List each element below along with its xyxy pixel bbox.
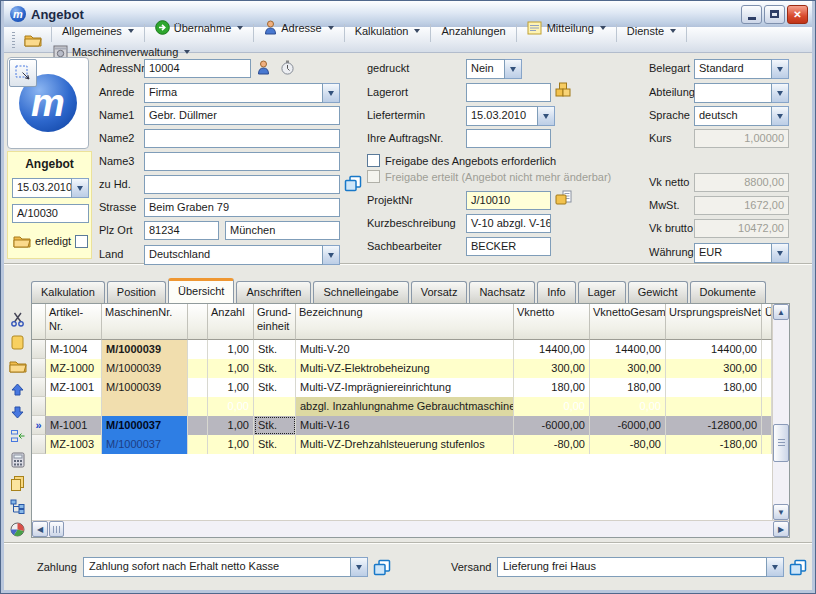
column-header-artikel[interactable]: Artikel- Nr. bbox=[46, 304, 102, 340]
cell-vkgesamt[interactable]: 14400,00 bbox=[590, 340, 666, 359]
column-header-vknetto[interactable]: Vknetto bbox=[514, 304, 590, 340]
note-page-icon[interactable] bbox=[8, 334, 28, 350]
freigabe-erforderlich-checkbox[interactable] bbox=[367, 154, 380, 167]
tree-icon[interactable] bbox=[8, 498, 28, 514]
cell-einheit[interactable]: Stk. bbox=[254, 435, 296, 454]
scroll-left-icon[interactable]: ◀ bbox=[32, 521, 48, 537]
cut-icon[interactable] bbox=[8, 311, 28, 327]
cell-bezeichnung[interactable]: Multi-V-16 bbox=[296, 416, 514, 435]
pie-chart-icon[interactable] bbox=[8, 522, 28, 538]
name1-field[interactable]: Gebr. Düllmer bbox=[144, 106, 340, 125]
auftragsnr-field[interactable] bbox=[466, 129, 551, 148]
toolbar-item-kalkulation[interactable]: Kalkulation bbox=[349, 22, 427, 40]
strasse-field[interactable]: Beim Graben 79 bbox=[144, 198, 340, 217]
insert-row-icon[interactable] bbox=[8, 428, 28, 444]
cell-anzahl[interactable]: 1,00 bbox=[208, 435, 254, 454]
table-row[interactable]: M-1004M/10000391,00Stk.Multi-V-2014400,0… bbox=[32, 340, 772, 359]
cell-artikel[interactable]: MZ-1003 bbox=[46, 435, 102, 454]
cell-vkgesamt[interactable]: 180,00 bbox=[590, 378, 666, 397]
plz-field[interactable]: 81234 bbox=[144, 221, 219, 240]
toolbar-item-dienste[interactable]: Dienste bbox=[621, 22, 682, 40]
cell-vkgesamt[interactable]: 300,00 bbox=[590, 359, 666, 378]
tab-vorsatz[interactable]: Vorsatz bbox=[411, 281, 468, 303]
cell-blank[interactable] bbox=[188, 397, 208, 416]
cell-bezeichnung[interactable]: Multi-VZ-Elektrobeheizung bbox=[296, 359, 514, 378]
chevron-down-icon[interactable] bbox=[72, 178, 89, 198]
projektnr-field[interactable]: J/10010 bbox=[466, 191, 551, 210]
cell-partial[interactable] bbox=[762, 416, 772, 435]
cell-partial[interactable] bbox=[762, 397, 772, 416]
lagerort-field[interactable] bbox=[466, 83, 551, 102]
cell-artikel[interactable]: M-1004 bbox=[46, 340, 102, 359]
tab-dokumente[interactable]: Dokumente bbox=[690, 281, 766, 303]
zuhd-field[interactable] bbox=[144, 175, 340, 194]
gedruckt-combo[interactable]: Nein bbox=[466, 59, 522, 79]
versand-combo[interactable]: Lieferung frei Haus bbox=[497, 557, 784, 577]
name3-field[interactable] bbox=[144, 152, 340, 171]
table-row[interactable]: »M-1001M/10000371,00Stk.Multi-V-16-6000,… bbox=[32, 416, 772, 435]
cell-vknetto[interactable]: -6000,00 bbox=[514, 416, 590, 435]
tab-schnelleingabe[interactable]: Schnelleingabe bbox=[313, 281, 408, 303]
cell-maschine[interactable]: M/1000039 bbox=[102, 340, 188, 359]
cell-vknetto[interactable]: 300,00 bbox=[514, 359, 590, 378]
sprache-combo[interactable]: deutsch bbox=[694, 106, 789, 126]
arrow-up-icon[interactable] bbox=[8, 381, 28, 397]
chevron-down-icon[interactable] bbox=[772, 83, 789, 103]
cell-vknetto[interactable]: 0,00 bbox=[514, 397, 590, 416]
chevron-down-icon[interactable] bbox=[772, 243, 789, 263]
cell-artikel[interactable]: M-1001 bbox=[46, 416, 102, 435]
document-number-field[interactable]: A/10030 bbox=[12, 204, 89, 223]
copy-icon[interactable] bbox=[789, 559, 807, 576]
land-combo[interactable]: Deutschland bbox=[144, 245, 340, 265]
scroll-right-icon[interactable]: ▶ bbox=[773, 521, 789, 537]
cell-rowhdr[interactable] bbox=[32, 359, 46, 378]
cell-rowhdr[interactable] bbox=[32, 378, 46, 397]
chevron-down-icon[interactable] bbox=[323, 245, 340, 265]
scroll-up-icon[interactable]: ▲ bbox=[773, 304, 789, 320]
tab-position[interactable]: Position bbox=[107, 281, 166, 303]
cell-partial[interactable] bbox=[762, 359, 772, 378]
tab-info[interactable]: Info bbox=[537, 281, 575, 303]
cell-bezeichnung[interactable]: Multi-VZ-Drehzahlsteuerung stufenlos bbox=[296, 435, 514, 454]
chevron-down-icon[interactable] bbox=[351, 557, 368, 577]
toolbar-grip[interactable] bbox=[12, 32, 15, 48]
cell-ursprung[interactable] bbox=[666, 397, 762, 416]
cell-rowhdr[interactable] bbox=[32, 435, 46, 454]
column-header-ursprung[interactable]: UrsprungspreisNetto bbox=[666, 304, 762, 340]
toolbar-item--bernahme[interactable]: Übernahme bbox=[149, 17, 249, 38]
anrede-combo[interactable]: Firma bbox=[144, 83, 340, 103]
cell-bezeichnung[interactable]: Multi-V-20 bbox=[296, 340, 514, 359]
boxes-icon[interactable] bbox=[555, 82, 571, 97]
toolbar-item-mitteilung[interactable]: Mitteilung bbox=[521, 17, 612, 38]
chevron-down-icon[interactable] bbox=[772, 106, 789, 126]
person-icon[interactable] bbox=[257, 60, 270, 75]
cell-ursprung[interactable]: 180,00 bbox=[666, 378, 762, 397]
chevron-down-icon[interactable] bbox=[323, 83, 340, 103]
cell-anzahl[interactable]: 1,00 bbox=[208, 340, 254, 359]
cell-einheit[interactable] bbox=[254, 397, 296, 416]
cell-einheit[interactable]: Stk. bbox=[254, 340, 296, 359]
cell-rowhdr[interactable] bbox=[32, 340, 46, 359]
cell-maschine[interactable] bbox=[102, 397, 188, 416]
cell-partial[interactable] bbox=[762, 435, 772, 454]
arrow-down-icon[interactable] bbox=[8, 405, 28, 421]
toolbar-item-allgemeines[interactable]: Allgemeines bbox=[56, 22, 140, 40]
table-row[interactable]: MZ-1000M/10000391,00Stk.Multi-VZ-Elektro… bbox=[32, 359, 772, 378]
project-doc-icon[interactable] bbox=[555, 190, 572, 206]
copy-icon[interactable] bbox=[373, 559, 391, 576]
adressnr-field[interactable]: 10004 bbox=[144, 59, 251, 78]
cell-vknetto[interactable]: 14400,00 bbox=[514, 340, 590, 359]
cell-maschine[interactable]: M/1000037 bbox=[102, 416, 188, 435]
cell-anzahl[interactable]: 1,00 bbox=[208, 378, 254, 397]
table-row[interactable]: MZ-1003M/10000371,00Stk.Multi-VZ-Drehzah… bbox=[32, 435, 772, 454]
cell-partial[interactable] bbox=[762, 340, 772, 359]
cell-artikel[interactable] bbox=[46, 397, 102, 416]
tab-kalkulation[interactable]: Kalkulation bbox=[31, 281, 105, 303]
ort-field[interactable]: München bbox=[225, 221, 340, 240]
select-tool-button[interactable] bbox=[9, 59, 37, 87]
cell-bezeichnung[interactable]: Multi-VZ-Imprägniereinrichtung bbox=[296, 378, 514, 397]
cell-einheit[interactable]: Stk. bbox=[254, 359, 296, 378]
cell-ursprung[interactable]: -180,00 bbox=[666, 435, 762, 454]
chevron-down-icon[interactable] bbox=[767, 557, 784, 577]
column-header-bezeichnung[interactable]: Bezeichnung bbox=[296, 304, 514, 340]
